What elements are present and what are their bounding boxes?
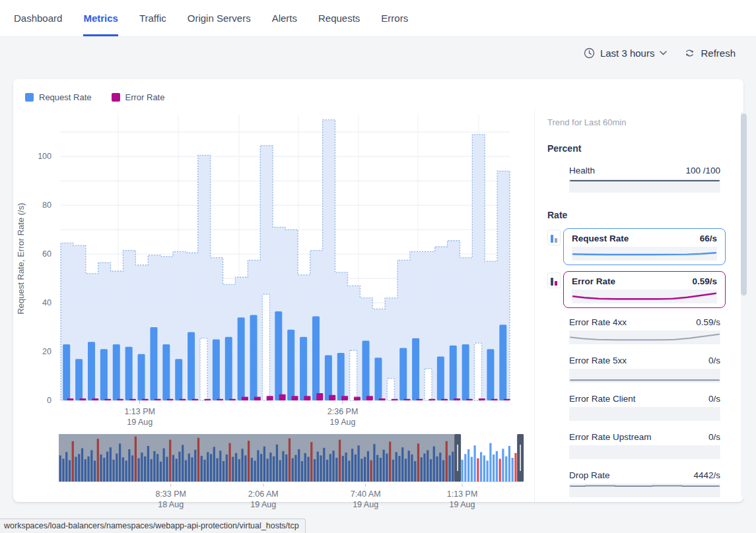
metric-trend-track xyxy=(569,369,720,383)
request-rate-bar xyxy=(250,315,258,400)
metric-label: Request Rate xyxy=(572,234,629,243)
error-rate-bar xyxy=(329,395,335,400)
y-tick-label: 40 xyxy=(42,298,52,307)
icon-bar xyxy=(555,238,557,243)
error-rate-bar xyxy=(504,399,510,400)
main-chart[interactable]: 020406080100Request Rate, Error Rate (/s… xyxy=(13,99,538,450)
error-rate-bar xyxy=(441,399,448,400)
metric-head: Request Rate66/s xyxy=(572,234,717,243)
metric-row-error-rate-client[interactable]: Error Rate Client0/s xyxy=(569,394,720,421)
error-rate-bar xyxy=(404,399,411,400)
metric-row-request-rate: Request Rate66/s xyxy=(547,228,748,265)
metrics-panel: Request RateError Rate 020406080100Reque… xyxy=(13,79,743,502)
error-rate-bar xyxy=(379,398,386,400)
error-rate-bar xyxy=(354,396,361,400)
sparkline xyxy=(572,247,717,261)
request-rate-bar xyxy=(325,356,332,400)
error-rate-bar xyxy=(167,399,174,400)
metric-value: 0.59/s xyxy=(692,276,717,286)
error-rate-bar xyxy=(117,399,123,400)
overview-chart[interactable]: 8:33 PM18 Aug2:06 AM19 Aug7:40 AM19 Aug1… xyxy=(13,429,538,513)
request-rate-bar xyxy=(499,325,506,400)
request-rate-bar-outline xyxy=(425,369,432,400)
metric-trend-track xyxy=(569,445,720,459)
metric-row-drop-rate[interactable]: Drop Rate4442/s xyxy=(569,470,720,497)
x-tick-label: 2:36 PM19 Aug xyxy=(327,407,359,427)
tab-traffic[interactable]: Traffic xyxy=(139,0,166,36)
tab-dashboard[interactable]: Dashboard xyxy=(14,0,62,36)
metric-trend-track xyxy=(569,407,720,421)
error-rate-bar xyxy=(155,399,161,400)
tab-metrics[interactable]: Metrics xyxy=(83,0,118,36)
metric-label: Error Rate Upstream xyxy=(569,432,652,442)
request-rate-bar xyxy=(225,337,232,400)
clock-icon xyxy=(584,47,595,59)
metric-head: Error Rate0.59/s xyxy=(572,276,717,286)
error-rate-bar xyxy=(204,399,211,400)
metric-row-error-rate-4xx[interactable]: Error Rate 4xx0.59/s xyxy=(569,317,720,344)
y-tick-label: 20 xyxy=(42,347,52,356)
y-axis-title: Request Rate, Error Rate (/s) xyxy=(16,203,26,314)
metric-value: 0/s xyxy=(708,356,720,365)
x-tick-label: 1:13 PM19 Aug xyxy=(124,407,155,427)
error-rate-bar xyxy=(267,396,273,400)
error-rate-bar xyxy=(180,399,186,400)
request-rate-bar xyxy=(125,347,133,400)
tab-errors[interactable]: Errors xyxy=(381,0,408,36)
error-rate-bar xyxy=(292,396,298,400)
error-rate-bar xyxy=(279,394,286,400)
x-axis: 1:13 PM19 Aug2:36 PM19 Aug xyxy=(124,400,358,427)
request-rate-bar xyxy=(399,348,407,400)
section-header-percent: Percent xyxy=(547,143,748,154)
request-rate-bar xyxy=(287,330,294,400)
overview-x-axis: 8:33 PM18 Aug2:06 AM19 Aug7:40 AM19 Aug1… xyxy=(155,484,477,509)
icon-bar xyxy=(555,281,557,286)
metric-trend-track xyxy=(569,179,720,193)
y-tick-label: 60 xyxy=(42,249,52,259)
brush-unselected-region[interactable] xyxy=(59,434,454,482)
metric-row-error-rate-upstream[interactable]: Error Rate Upstream0/s xyxy=(569,432,720,459)
error-rate-bar xyxy=(429,399,435,400)
sparkline xyxy=(569,484,720,497)
time-range-selector[interactable]: Last 3 hours xyxy=(584,47,668,59)
metric-label: Error Rate 5xx xyxy=(569,356,627,365)
error-rate-bar xyxy=(466,399,473,400)
metric-label: Error Rate 4xx xyxy=(569,317,627,327)
tab-alerts[interactable]: Alerts xyxy=(272,0,297,36)
request-rate-bar xyxy=(412,338,419,400)
trend-sidebar: Trend for Last 60min PercentHealth100 /1… xyxy=(534,109,748,502)
request-rate-bar xyxy=(238,317,245,400)
request-rate-bar xyxy=(362,340,370,400)
request-rate-bar xyxy=(113,344,120,400)
tab-origin-servers[interactable]: Origin Servers xyxy=(188,0,251,36)
icon-bar xyxy=(551,235,553,243)
metric-card-request-rate[interactable]: Request Rate66/s xyxy=(563,228,726,265)
request-rate-bar-outline xyxy=(200,338,207,400)
icon-bar xyxy=(551,278,553,286)
refresh-button[interactable]: Refresh xyxy=(684,47,736,59)
metric-trend-track xyxy=(572,247,717,261)
error-rate-bar xyxy=(254,396,261,400)
request-rate-bar xyxy=(100,349,108,400)
metric-row-error-rate-5xx[interactable]: Error Rate 5xx0/s xyxy=(569,356,720,383)
metric-value: 0/s xyxy=(708,394,720,404)
sparkline xyxy=(569,369,720,383)
bar-chart-icon xyxy=(547,272,561,288)
sparkline xyxy=(569,330,720,344)
sidebar-scrollbar-thumb[interactable] xyxy=(741,113,747,296)
sidebar-scrollbar xyxy=(741,111,747,498)
metric-row-health[interactable]: Health100 /100 xyxy=(569,166,720,193)
error-rate-bar xyxy=(242,396,248,400)
metric-card-error-rate[interactable]: Error Rate0.59/s xyxy=(563,271,726,308)
overview-tick-label: 8:33 PM18 Aug xyxy=(155,489,186,509)
metric-value: 100 /100 xyxy=(685,166,720,175)
request-rate-bar-outline xyxy=(350,350,357,400)
metric-label: Drop Rate xyxy=(569,470,610,480)
y-tick-label: 100 xyxy=(38,152,52,161)
error-rate-bar xyxy=(104,399,111,400)
overview-tick-label: 1:13 PM19 Aug xyxy=(447,489,478,509)
metric-value: 0/s xyxy=(708,432,720,442)
tab-requests[interactable]: Requests xyxy=(318,0,360,36)
metric-head: Error Rate 5xx0/s xyxy=(569,356,720,365)
request-rate-bar xyxy=(138,354,145,400)
